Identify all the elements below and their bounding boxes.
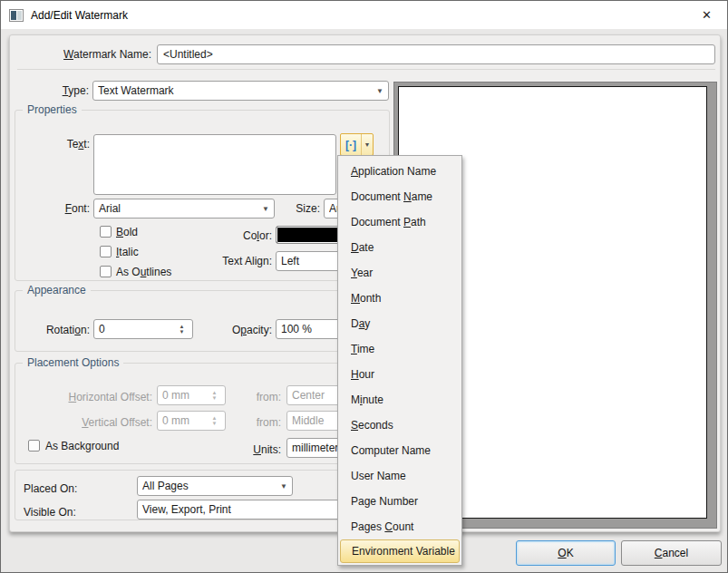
pages-group: Placed On: All Pages ▼ Visible On: View,…: [15, 470, 390, 520]
add-edit-watermark-dialog: Add/Edit Watermark ✕ Watermark Name: Typ…: [0, 0, 728, 573]
vertical-offset-spinner[interactable]: 0 mm ▲▼: [157, 411, 226, 431]
menu-item-minute[interactable]: Minute: [338, 387, 461, 413]
spinner-arrows: ▲▼: [209, 415, 220, 426]
menu-item-month[interactable]: Month: [338, 286, 461, 311]
macro-dropdown-menu: Application Name Document Name Document …: [337, 155, 462, 566]
vertical-offset-value: 0 mm: [162, 414, 189, 427]
as-background-checkbox[interactable]: [28, 440, 40, 452]
as-background-label: As Background: [45, 439, 119, 453]
visible-on-label: Visible On:: [24, 505, 76, 520]
app-icon: [9, 9, 24, 22]
vertical-offset-label: Vertical Offset:: [24, 415, 152, 430]
menu-item-user-name[interactable]: User Name: [338, 463, 461, 489]
size-label: Size:: [284, 201, 320, 216]
menu-item-pages-count[interactable]: Pages Count: [338, 514, 461, 539]
italic-label: Italic: [116, 245, 139, 259]
menu-item-hour[interactable]: Hour: [338, 362, 461, 387]
macro-brackets-icon: [·]: [341, 134, 361, 155]
dialog-title: Add/Edit Watermark: [31, 9, 128, 22]
placement-options-group: Placement Options Horizontal Offset: 0 m…: [15, 363, 390, 464]
text-align-label: Text Align:: [199, 254, 272, 268]
menu-item-application-name[interactable]: Application Name: [338, 159, 461, 184]
chevron-down-icon: ▼: [258, 205, 269, 213]
text-input[interactable]: [93, 134, 336, 195]
menu-item-seconds[interactable]: Seconds: [338, 413, 461, 438]
type-label: Type:: [28, 83, 89, 98]
bold-checkbox[interactable]: [100, 226, 112, 238]
menu-item-time[interactable]: Time: [338, 336, 461, 362]
font-select[interactable]: Arial ▼: [93, 199, 275, 219]
units-label: Units:: [245, 442, 281, 457]
color-label: Color:: [199, 228, 272, 243]
type-select[interactable]: Text Watermark ▼: [92, 81, 389, 101]
visible-on-value: View, Export, Print: [142, 503, 231, 516]
as-outlines-checkbox[interactable]: [100, 266, 112, 277]
ok-button[interactable]: OK: [516, 540, 616, 566]
cancel-button[interactable]: Cancel: [621, 540, 722, 566]
font-value: Arial: [99, 202, 258, 215]
v-from-label: from:: [245, 415, 281, 430]
properties-group-title: Properties: [23, 102, 82, 118]
placed-on-select[interactable]: All Pages ▼: [137, 476, 293, 496]
watermark-name-input[interactable]: [157, 44, 715, 64]
spinner-arrows[interactable]: ▲▼: [176, 324, 188, 335]
rotation-value: 0: [99, 323, 105, 335]
spinner-arrows: ▲▼: [209, 390, 220, 401]
menu-item-date[interactable]: Date: [338, 235, 461, 260]
spinner-down-icon: ▼: [212, 395, 218, 401]
placement-options-group-title: Placement Options: [23, 355, 123, 371]
watermark-name-label: Watermark Name:: [28, 47, 151, 62]
text-label: Text:: [34, 137, 90, 151]
menu-item-computer-name[interactable]: Computer Name: [338, 438, 461, 463]
horizontal-offset-spinner[interactable]: 0 mm ▲▼: [157, 385, 226, 405]
placed-on-value: All Pages: [142, 480, 277, 492]
appearance-group-title: Appearance: [23, 283, 91, 298]
insert-macro-button[interactable]: [·] ▼: [340, 133, 374, 156]
h-from-label: from:: [245, 390, 281, 404]
opacity-label: Opacity:: [199, 323, 272, 337]
close-icon[interactable]: ✕: [686, 1, 727, 28]
title-bar: Add/Edit Watermark ✕: [1, 1, 727, 29]
horizontal-offset-label: Horizontal Offset:: [24, 390, 152, 404]
rotation-label: Rotation:: [24, 323, 90, 337]
appearance-group: Appearance Rotation: 0 ▲▼ Opacity: 100 %…: [15, 290, 390, 352]
menu-item-document-name[interactable]: Document Name: [338, 184, 461, 209]
opacity-value: 100 %: [281, 323, 312, 335]
menu-item-environment-variable[interactable]: Environment Variable: [340, 539, 460, 563]
spinner-down-icon: ▼: [212, 421, 218, 426]
chevron-down-icon: ▼: [373, 87, 383, 95]
properties-group: Properties Text: [·] ▼ Font: Arial ▼ Siz…: [15, 110, 390, 281]
header-divider: [17, 69, 715, 70]
type-value: Text Watermark: [98, 84, 373, 97]
bold-label: Bold: [116, 225, 138, 239]
chevron-down-icon: ▼: [277, 482, 287, 490]
chevron-down-icon: ▼: [362, 134, 373, 155]
spinner-down-icon: ▼: [180, 329, 185, 335]
placed-on-label: Placed On:: [24, 481, 77, 496]
menu-item-year[interactable]: Year: [338, 260, 461, 286]
menu-item-document-path[interactable]: Document Path: [338, 209, 461, 235]
menu-item-day[interactable]: Day: [338, 311, 461, 336]
rotation-spinner[interactable]: 0 ▲▼: [93, 319, 193, 339]
horizontal-offset-value: 0 mm: [162, 389, 189, 402]
menu-item-page-number[interactable]: Page Number: [338, 489, 461, 514]
as-outlines-label: As Outlines: [116, 265, 171, 279]
italic-checkbox[interactable]: [100, 246, 112, 257]
font-label: Font:: [34, 201, 90, 216]
